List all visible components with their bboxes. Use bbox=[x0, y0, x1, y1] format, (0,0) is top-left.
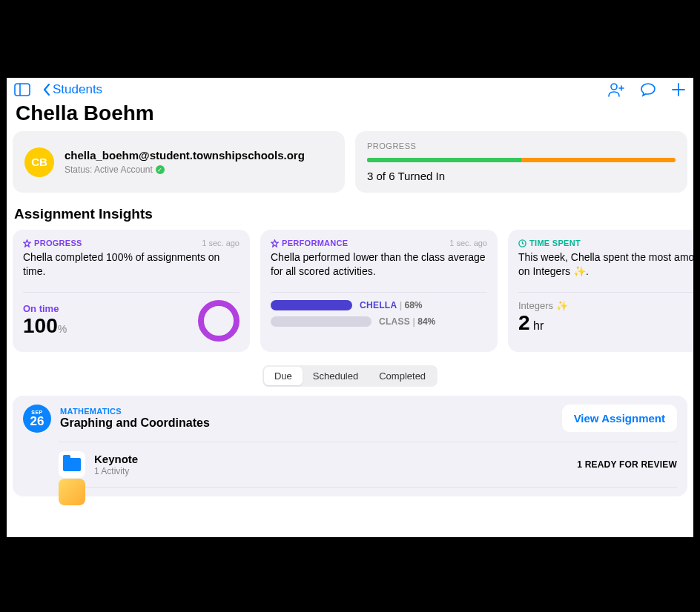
tab-due[interactable]: Due bbox=[264, 367, 303, 385]
insights-row: PROGRESS 1 sec. ago Chella completed 100… bbox=[7, 230, 693, 352]
verified-icon: ✓ bbox=[156, 165, 165, 174]
metric-value: 100 bbox=[23, 314, 58, 337]
insight-performance-ago: 1 sec. ago bbox=[449, 239, 487, 247]
svg-marker-8 bbox=[271, 239, 278, 246]
activity-row[interactable]: Keynote 1 Activity 1 READY FOR REVIEW bbox=[59, 442, 677, 487]
activity-subtitle: 1 Activity bbox=[94, 466, 138, 476]
performance-bars: CHELLA | 68% CLASS | 84% bbox=[271, 300, 487, 333]
metric-label: On time bbox=[23, 303, 67, 314]
ready-badge: 1 READY FOR REVIEW bbox=[577, 459, 677, 470]
svg-rect-0 bbox=[15, 84, 30, 96]
student-card: CB chella_boehm@student.townshipschools.… bbox=[13, 131, 345, 193]
svg-marker-7 bbox=[24, 239, 30, 246]
view-assignment-button[interactable]: View Assignment bbox=[562, 405, 677, 432]
date-badge: SEP 26 bbox=[23, 405, 51, 433]
donut-chart-icon bbox=[198, 300, 240, 342]
insight-progress-body: Chella completed 100% of assignments on … bbox=[23, 250, 240, 279]
folder-icon bbox=[59, 451, 85, 478]
top-bar: Students bbox=[7, 78, 693, 102]
add-icon[interactable] bbox=[671, 82, 686, 97]
progress-fill bbox=[367, 158, 521, 162]
assignment-subject: MATHEMATICS bbox=[60, 407, 210, 416]
insight-progress-ago: 1 sec. ago bbox=[202, 239, 240, 247]
progress-text: 3 of 6 Turned In bbox=[367, 170, 676, 182]
chat-icon[interactable] bbox=[640, 82, 656, 97]
add-person-icon[interactable] bbox=[607, 82, 625, 97]
assignment-filter-tabs: Due Scheduled Completed bbox=[262, 365, 438, 387]
assignment-name: Graphing and Coordinates bbox=[60, 416, 210, 430]
insight-progress[interactable]: PROGRESS 1 sec. ago Chella completed 100… bbox=[13, 230, 250, 352]
insight-performance-label: PERFORMANCE bbox=[271, 239, 348, 247]
insight-timespent-label: TIME SPENT bbox=[518, 239, 581, 247]
insight-progress-label: PROGRESS bbox=[23, 239, 82, 247]
insight-timespent[interactable]: TIME SPENT 1 This week, Chella spent the… bbox=[508, 230, 693, 352]
tab-completed[interactable]: Completed bbox=[369, 367, 436, 385]
svg-point-2 bbox=[611, 84, 617, 90]
assignment-card: SEP 26 MATHEMATICS Graphing and Coordina… bbox=[13, 396, 687, 496]
activity-title: Keynote bbox=[94, 453, 138, 465]
app-icon bbox=[59, 479, 85, 505]
student-email: chella_boehm@student.townshipschools.org bbox=[65, 149, 305, 162]
student-status: Status: Active Account ✓ bbox=[65, 164, 305, 175]
timespent-row-label: Integers ✨ bbox=[518, 300, 693, 311]
activity-row[interactable] bbox=[59, 487, 677, 496]
student-bar bbox=[271, 300, 352, 310]
tab-scheduled[interactable]: Scheduled bbox=[303, 367, 369, 385]
back-label: Students bbox=[53, 82, 102, 97]
insight-timespent-body: This week, Chella spent the most amount … bbox=[518, 250, 693, 279]
progress-label: PROGRESS bbox=[367, 142, 676, 150]
timespent-value: 2 bbox=[518, 311, 530, 334]
progress-bar bbox=[367, 158, 676, 162]
page-title: Chella Boehm bbox=[7, 102, 693, 131]
insight-performance[interactable]: PERFORMANCE 1 sec. ago Chella performed … bbox=[260, 230, 498, 352]
insights-heading: Assignment Insights bbox=[7, 193, 693, 230]
avatar: CB bbox=[24, 147, 54, 177]
back-button[interactable]: Students bbox=[42, 82, 102, 97]
insight-performance-body: Chella performed lower than the class av… bbox=[271, 250, 487, 279]
progress-card: PROGRESS 3 of 6 Turned In bbox=[355, 131, 687, 193]
sidebar-toggle-icon[interactable] bbox=[14, 83, 30, 96]
class-bar bbox=[271, 316, 372, 327]
